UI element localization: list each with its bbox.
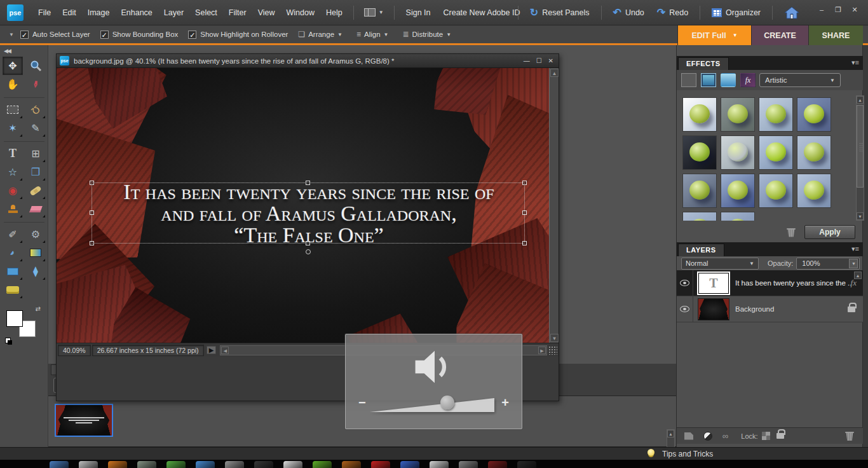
scroll-up-icon[interactable]: ▲ (550, 69, 559, 77)
effect-thumbnail-1[interactable] (683, 98, 716, 131)
taskbar-app-icon[interactable] (254, 461, 273, 468)
panel-layout-button[interactable]: ▼ (359, 8, 389, 17)
scroll-up-icon[interactable]: ▲ (857, 96, 864, 104)
organizer-button[interactable]: Organizer (705, 0, 767, 25)
zoom-tool[interactable] (25, 57, 46, 75)
menu-view[interactable]: View (252, 0, 281, 25)
red-eye-removal-tool[interactable]: ◉ (3, 181, 23, 200)
panel-menu-icon[interactable]: ▾≡ (851, 59, 859, 67)
menu-help[interactable]: Help (320, 0, 348, 25)
rotate-handle[interactable] (306, 249, 311, 254)
paint-bucket-tool[interactable]: ◗ (3, 244, 23, 262)
quick-selection-tool[interactable]: ✎ (25, 119, 46, 137)
checkbox-auto-select-layer[interactable]: ✓Auto Select Layer (20, 31, 90, 39)
distribute-dropdown[interactable]: ≣Distribute▼ (402, 30, 451, 39)
checkbox-show-bounding-box[interactable]: ✓Show Bounding Box (100, 31, 179, 39)
filters-icon[interactable] (681, 73, 696, 87)
rect-marquee-tool[interactable] (3, 100, 23, 119)
resize-handle[interactable] (306, 241, 310, 245)
hand-tool[interactable]: ✋ (3, 75, 23, 93)
menu-file[interactable]: File (32, 0, 57, 25)
taskbar-app-icon[interactable] (517, 461, 536, 468)
scroll-down-icon[interactable]: ▼ (857, 212, 864, 220)
taskbar-app-icon[interactable] (283, 461, 302, 468)
taskbar-app-icon[interactable] (430, 461, 449, 468)
eraser-tool[interactable] (25, 200, 46, 218)
menu-window[interactable]: Window (281, 0, 320, 25)
options-flyout-icon[interactable]: ▼ (9, 32, 14, 38)
tab-create[interactable]: CREATE (751, 25, 808, 45)
spot-healing-brush-tool[interactable] (25, 181, 46, 200)
delete-layer-icon[interactable] (845, 431, 854, 441)
lock-all-icon[interactable] (776, 433, 784, 439)
checkbox-icon[interactable]: ✓ (188, 31, 196, 39)
taskbar-app-icon[interactable] (79, 461, 98, 468)
effect-thumbnail-14[interactable] (721, 212, 754, 221)
blur-tool[interactable]: ⧫ (25, 262, 46, 280)
layer-visibility-toggle[interactable] (677, 270, 693, 296)
resize-handle[interactable] (306, 181, 310, 185)
taskbar-app-icon[interactable] (196, 461, 215, 468)
effects-tab[interactable]: EFFECTS (678, 57, 729, 70)
sponge-tool[interactable] (3, 280, 23, 299)
recompose-tool[interactable]: ❐ (25, 163, 46, 181)
menu-enhance[interactable]: Enhance (115, 0, 158, 25)
home-button[interactable] (778, 6, 806, 19)
taskbar-app-icon[interactable] (166, 461, 186, 468)
scroll-up-icon[interactable]: ▲ (667, 430, 674, 437)
checkbox-icon[interactable]: ✓ (100, 31, 109, 39)
layers-tab[interactable]: LAYERS (678, 244, 724, 256)
effect-thumbnail-2[interactable] (721, 98, 754, 131)
magic-wand-tool[interactable]: ✶ (3, 119, 23, 137)
adjustment-layer-icon[interactable] (703, 432, 712, 441)
new-layer-icon[interactable] (684, 432, 693, 440)
taskbar-app-icon[interactable] (108, 461, 127, 468)
shape-tool[interactable] (3, 262, 23, 280)
photo-effects-icon[interactable] (721, 73, 736, 87)
foreground-color-swatch[interactable] (6, 310, 23, 327)
doc-minimize-button[interactable]: — (524, 57, 530, 64)
layer-visibility-toggle[interactable] (677, 296, 693, 322)
menu-filter[interactable]: Filter (223, 0, 252, 25)
open-file-thumbnail[interactable] (55, 404, 113, 437)
checkbox-show-highlight-on-rollover[interactable]: ✓Show Highlight on Rollover (188, 31, 288, 39)
resize-handle[interactable] (522, 210, 527, 215)
lock-transparency-icon[interactable] (762, 432, 770, 440)
default-colors-icon[interactable] (5, 338, 11, 343)
reset-panels-button[interactable]: ↻ Reset Panels (524, 0, 596, 25)
taskbar-app-icon[interactable] (50, 461, 69, 468)
effect-thumbnail-8[interactable] (797, 136, 831, 169)
taskbar-app-icon[interactable] (342, 461, 361, 468)
gradient-tool[interactable] (25, 244, 46, 262)
panel-menu-icon[interactable]: ▾≡ (851, 245, 859, 253)
volume-up-button[interactable]: + (501, 396, 509, 410)
resize-handle[interactable] (90, 241, 94, 245)
resize-handle[interactable] (522, 241, 527, 245)
effects-scrollbar[interactable]: ▲ ▼ (856, 95, 864, 221)
resize-handle[interactable] (90, 210, 94, 215)
effect-thumbnail-12[interactable] (797, 174, 831, 207)
document-titlebar[interactable]: pse background.jpg @ 40.1% (It has been … (57, 54, 559, 68)
taskbar-app-icon[interactable] (459, 461, 478, 468)
resize-handle[interactable] (522, 181, 527, 185)
toolbox-collapse-icon[interactable]: ◀◀ (0, 45, 48, 57)
checkbox-icon[interactable]: ✓ (20, 31, 29, 39)
taskbar-app-icon[interactable] (400, 461, 419, 468)
volume-down-button[interactable]: − (358, 396, 366, 410)
undo-button[interactable]: ↶ Undo (607, 0, 651, 25)
restore-button[interactable]: ❐ (831, 4, 845, 15)
resize-grip[interactable] (548, 346, 557, 355)
effect-thumbnail-11[interactable] (759, 174, 792, 207)
effect-thumbnail-7[interactable] (759, 136, 792, 169)
menu-image[interactable]: Image (82, 0, 116, 25)
taskbar-app-icon[interactable] (137, 461, 156, 468)
tab-share[interactable]: SHARE (808, 25, 863, 45)
clone-stamp-tool[interactable] (3, 200, 23, 218)
doc-close-button[interactable]: ✕ (548, 57, 553, 64)
move-tool[interactable]: ✥ (3, 57, 23, 75)
scroll-right-icon[interactable]: ▶ (538, 347, 546, 354)
delete-effect-icon[interactable] (787, 228, 796, 237)
swap-colors-icon[interactable]: ⇄ (36, 305, 41, 312)
tips-link[interactable]: Tips and Tricks (662, 450, 713, 458)
scrollbar-thumb[interactable] (857, 105, 864, 188)
